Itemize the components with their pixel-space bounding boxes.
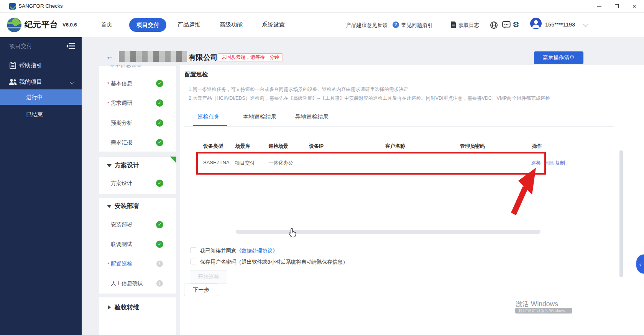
step-basic-info[interactable]: * 基本信息 ✓ — [99, 79, 176, 89]
col-actions: 操作 — [532, 143, 542, 150]
note-1: 1.同一条巡检任务，可支持巡检一台或多台同需求场景的设备。巡检的内容由需求调研里… — [189, 86, 408, 93]
brand-name: 纪元平台 — [25, 19, 58, 30]
user-name[interactable]: 155****1193 — [545, 21, 575, 28]
check-icon: ✓ — [156, 99, 163, 107]
nav-product-ops[interactable]: 产品运维 — [177, 21, 200, 28]
triangle-down-icon — [107, 164, 112, 167]
faq-link[interactable]: 常见问题指引 — [401, 22, 432, 29]
sidebar-item-help[interactable]: 帮助指引 — [0, 58, 82, 73]
step-card-design: 方案设计 方案设计 ✓ — [99, 157, 176, 194]
step-config-inspection[interactable]: * 配置巡检 ! — [99, 259, 176, 269]
save-credentials-label: 保存用户名密码（退出软件或8小时后系统将自动清除保存信息） — [200, 259, 348, 266]
step-install-deploy[interactable]: 安装部署 ✓ — [99, 220, 176, 230]
document-icon — [451, 21, 456, 28]
action-delete[interactable]: 删除 — [544, 160, 554, 167]
sidebar-subitem-label: 进行中 — [26, 94, 43, 101]
sidebar-subitem-label: 已结束 — [26, 111, 43, 118]
step-group-acceptance[interactable]: 验收转维 — [99, 303, 176, 313]
collapse-menu-icon[interactable] — [66, 43, 75, 50]
step-joint-test[interactable]: 联调测试 ✓ — [99, 239, 176, 249]
gear-icon[interactable]: ⚙ — [513, 20, 519, 29]
app-logo-icon — [9, 3, 16, 10]
col-inspect-scene: 巡检场景 — [268, 143, 288, 150]
start-inspection-button-disabled: 开始巡检 — [190, 270, 227, 284]
chevron-down-icon[interactable] — [583, 22, 588, 27]
cell-inspect-scene: 一体化办公 — [268, 160, 293, 167]
step-requirement-report[interactable]: 需求汇报 ✓ — [99, 138, 176, 148]
cell-customer-name: - — [383, 160, 384, 165]
tab-bar-border — [184, 126, 614, 127]
message-icon[interactable] — [502, 21, 511, 29]
windows-activation-watermark-line2: 转到“设置”以激活 Windows。 — [515, 308, 572, 314]
users-icon — [9, 79, 17, 85]
required-asterisk: * — [107, 101, 109, 106]
step-manual-confirm[interactable]: 人工信息确认 ! — [99, 279, 176, 289]
required-asterisk: * — [107, 261, 109, 267]
nav-advanced[interactable]: 高级功能 — [220, 21, 243, 28]
nav-home[interactable]: 首页 — [101, 21, 112, 28]
panel-title: 配置巡检 — [185, 71, 208, 78]
required-asterisk: * — [107, 81, 109, 87]
app-header: 纪元平台 V6.0.6 首页 项目交付 产品运维 高级功能 系统设置 产品建议意… — [0, 13, 644, 37]
cell-admin-password: - — [457, 160, 458, 165]
cell-scene-library: 项目交付 — [235, 160, 255, 167]
action-copy[interactable]: 复制 — [555, 160, 565, 167]
agree-checkbox[interactable] — [191, 248, 196, 253]
tab-remote-results[interactable]: 异地巡检结果 — [295, 113, 329, 120]
data-agreement-link[interactable]: 《数据处理协议》 — [237, 248, 278, 254]
exclamation-icon: ! — [156, 261, 163, 267]
sidebar-item-label: 我的项目 — [19, 78, 42, 86]
brand-version: V6.0.6 — [62, 22, 77, 28]
window-titlebar: SANGFOR Checks ✕ — [0, 0, 644, 13]
note-2: 2.大云产品（HCI/VDI/EDS）巡检前，需要先在【高级功能】--【工具箱】… — [189, 95, 550, 102]
exclamation-icon: ! — [156, 280, 163, 287]
check-icon: ✓ — [156, 180, 163, 187]
brand-logo-icon — [7, 18, 21, 32]
sidebar-subitem-in-progress[interactable]: 进行中 — [0, 89, 82, 105]
check-icon: ✓ — [156, 221, 163, 228]
triangle-right-icon — [108, 305, 111, 310]
step-card-acceptance: 验收转维 — [99, 297, 176, 335]
feedback-link[interactable]: 产品建议意见反馈 — [346, 22, 388, 29]
step-card-basic: * 基本信息 ✓ * 需求调研 ✓ 预期分析 ✓ 需求汇报 ✓ — [99, 65, 176, 152]
step-expectation-analysis[interactable]: 预期分析 ✓ — [99, 118, 176, 128]
check-icon: ✓ — [156, 241, 163, 248]
agree-label: 我已阅读并同意《数据处理协议》 — [200, 248, 278, 254]
tab-local-results[interactable]: 本地巡检结果 — [243, 113, 276, 120]
maximize-button[interactable] — [608, 0, 626, 12]
col-scene-library: 场景库 — [235, 143, 250, 150]
step-requirement-survey[interactable]: * 需求调研 ✓ — [99, 98, 176, 108]
col-admin-password: 管理员密码 — [460, 143, 485, 150]
vertical-scrollbar[interactable] — [619, 150, 623, 277]
get-logs-link[interactable]: 获取日志 — [458, 22, 479, 29]
globe-icon[interactable] — [490, 21, 498, 29]
col-device-ip: 设备IP — [309, 143, 324, 150]
user-avatar[interactable] — [530, 18, 542, 29]
back-arrow-icon[interactable]: ← — [106, 52, 113, 61]
save-credentials-checkbox[interactable] — [191, 259, 196, 264]
check-icon: ✓ — [156, 80, 163, 87]
nav-project-delivery[interactable]: 项目交付 — [129, 18, 166, 32]
high-risk-operations-button[interactable]: 高危操作清单 — [534, 51, 583, 64]
window-title: SANGFOR Checks — [18, 3, 63, 9]
horizontal-scrollbar[interactable] — [236, 230, 540, 234]
close-button[interactable]: ✕ — [626, 0, 643, 12]
step-group-design[interactable]: 方案设计 — [99, 161, 176, 171]
sidebar-title: 项目交付 — [9, 43, 32, 50]
step-design[interactable]: 方案设计 ✓ — [99, 178, 176, 188]
sidebar-subitem-finished[interactable]: 已结束 — [0, 107, 82, 122]
step-group-deploy[interactable]: 安装部署 — [99, 201, 176, 211]
sidebar-item-label: 帮助指引 — [19, 62, 42, 69]
minimize-button[interactable] — [590, 0, 608, 12]
check-icon: ✓ — [156, 119, 163, 127]
chevron-down-icon — [70, 79, 75, 84]
sidebar-item-my-projects[interactable]: 我的项目 — [0, 75, 82, 89]
question-icon: ? — [393, 21, 399, 28]
triangle-down-icon — [107, 205, 112, 208]
next-step-button[interactable]: 下一步 — [184, 284, 218, 296]
tab-inspection-tasks[interactable]: 巡检任务 — [197, 113, 220, 120]
action-inspect[interactable]: 巡检 — [531, 160, 541, 167]
step-card-deploy: 安装部署 安装部署 ✓ 联调测试 ✓ * 配置巡检 ! 人工信息确认 ! — [99, 197, 176, 294]
nav-settings[interactable]: 系统设置 — [262, 21, 285, 28]
check-icon: ✓ — [156, 139, 163, 146]
